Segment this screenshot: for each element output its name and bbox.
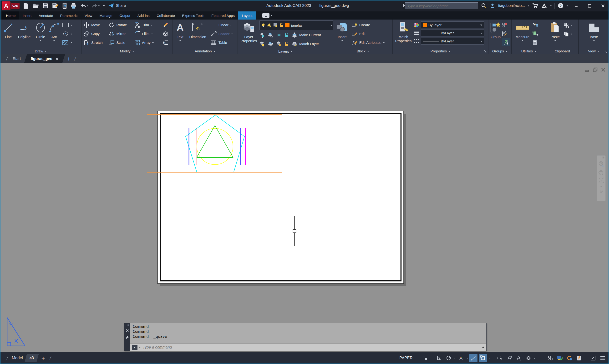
offset-button[interactable]: [163, 38, 171, 47]
fillet-button[interactable]: Fillet: [134, 29, 162, 38]
annotation-scale-button[interactable]: [515, 354, 523, 362]
create-block-button[interactable]: Create: [351, 21, 385, 29]
layout-tab-a3[interactable]: a3: [25, 354, 39, 362]
panel-label-view[interactable]: View: [579, 48, 609, 54]
plot-button[interactable]: [71, 2, 77, 10]
layer-thaw-all-button[interactable]: [276, 41, 282, 46]
zoom-extents-icon[interactable]: [598, 177, 604, 183]
redo-button[interactable]: [91, 2, 100, 10]
layer-dropdown-arrow[interactable]: [331, 25, 333, 27]
mirror-button[interactable]: Mirror: [108, 29, 133, 38]
tab-express-tools[interactable]: Express Tools: [179, 12, 208, 20]
panel-label-block[interactable]: Block: [333, 48, 392, 54]
save-as-button[interactable]: [52, 2, 59, 10]
search-input[interactable]: [407, 4, 476, 8]
copy-clip-button[interactable]: [563, 29, 572, 38]
minimize-ribbon-dropdown-icon[interactable]: [271, 15, 272, 17]
minimize-ribbon-button[interactable]: [262, 13, 270, 18]
isometric-drafting-button[interactable]: [457, 354, 465, 362]
annotation-autoscale-button[interactable]: [505, 354, 513, 362]
tab-output[interactable]: Output: [116, 12, 134, 20]
isolate-objects-button[interactable]: [546, 354, 555, 362]
autodesk-logo-icon[interactable]: [541, 2, 547, 10]
panel-label-clipboard[interactable]: Clipboard: [546, 48, 578, 54]
layer-on-icon[interactable]: [261, 23, 265, 28]
crosshair-plus-button[interactable]: [537, 354, 545, 362]
workspace-dropdown-icon[interactable]: [534, 358, 535, 360]
navigation-wheel-icon[interactable]: 2D: [598, 161, 604, 167]
copy-button[interactable]: Copy: [83, 29, 108, 38]
array-button[interactable]: Array: [134, 38, 162, 47]
base-view-button[interactable]: Base: [586, 21, 602, 42]
undo-button[interactable]: [80, 2, 88, 10]
help-icon[interactable]: ?: [557, 2, 564, 10]
user-dropdown-icon[interactable]: [528, 5, 529, 7]
close-file-tab-icon[interactable]: [55, 57, 58, 61]
signed-in-user[interactable]: tiagobonifacio...: [498, 4, 525, 8]
panel-label-draw[interactable]: Draw: [0, 48, 81, 54]
command-close-icon[interactable]: [126, 329, 129, 332]
layer-lock-button[interactable]: [284, 32, 289, 38]
hatch-button[interactable]: [62, 38, 72, 47]
stretch-button[interactable]: Stretch: [83, 38, 108, 47]
command-prompt-icon[interactable]: >_: [132, 345, 138, 350]
open-file-button[interactable]: [32, 2, 39, 10]
close-button[interactable]: [597, 2, 608, 10]
properties-dialog-launcher[interactable]: [484, 50, 487, 53]
layer-on-all-button[interactable]: [259, 41, 265, 46]
navbar-dropdown-icon[interactable]: [600, 186, 602, 188]
tab-featured-apps[interactable]: Featured Apps: [208, 12, 238, 20]
object-snap-tracking-button[interactable]: [469, 354, 478, 362]
trim-button[interactable]: Trim: [134, 21, 162, 29]
drawing-close-button[interactable]: [600, 67, 606, 73]
layer-thaw-icon[interactable]: [267, 23, 272, 28]
workspace-switching-button[interactable]: [524, 354, 532, 362]
pan-hand-icon[interactable]: [598, 169, 604, 175]
layer-unisolate-button[interactable]: [268, 41, 274, 46]
recent-commands-icon[interactable]: [139, 347, 141, 349]
new-drawing-tab-button[interactable]: +: [67, 56, 71, 61]
dimension-button[interactable]: Dimension: [186, 21, 209, 39]
text-button[interactable]: A Text: [174, 21, 186, 42]
object-color-dropdown[interactable]: ByLayer: [421, 21, 484, 28]
help-dropdown-icon[interactable]: [567, 5, 568, 7]
ungroup-button[interactable]: [502, 21, 510, 29]
panel-label-annotation[interactable]: Annotation: [172, 48, 238, 54]
navbar-close-icon[interactable]: [602, 156, 605, 159]
graphics-performance-button[interactable]: [556, 354, 564, 362]
panel-label-properties[interactable]: Properties: [393, 48, 488, 54]
view-dialog-launcher[interactable]: [605, 50, 607, 53]
panel-label-layers[interactable]: Layers: [238, 48, 333, 54]
autodesk-dropdown-icon[interactable]: [550, 5, 552, 7]
panel-label-modify[interactable]: Modify: [82, 48, 172, 54]
tab-view[interactable]: View: [81, 12, 96, 20]
layer-vp-freeze-icon[interactable]: [273, 23, 278, 28]
edit-block-button[interactable]: Edit: [351, 29, 385, 38]
minimize-button[interactable]: [571, 2, 581, 10]
tab-insert[interactable]: Insert: [19, 12, 35, 20]
help-search-box[interactable]: [405, 2, 478, 9]
match-layer-button[interactable]: Match Layer: [291, 39, 319, 48]
layer-unlock-button[interactable]: [284, 41, 289, 46]
make-current-button[interactable]: Make Current: [291, 30, 321, 39]
file-tab-figuras-geo[interactable]: figuras_geo: [24, 54, 65, 63]
insert-block-button[interactable]: Insert: [335, 21, 350, 42]
donut-button[interactable]: [62, 29, 72, 38]
tab-collaborate[interactable]: Collaborate: [153, 12, 179, 20]
maximize-button[interactable]: [584, 2, 595, 10]
hardware-acceleration-button[interactable]: [575, 354, 583, 362]
polyline-button[interactable]: Polyline: [15, 21, 33, 39]
drawing-restore-button[interactable]: [592, 67, 598, 73]
arc-button[interactable]: Arc: [48, 21, 61, 42]
new-file-button[interactable]: [23, 2, 29, 10]
tab-parametric[interactable]: Parametric: [57, 12, 81, 20]
navbar-collapse-icon[interactable]: [600, 190, 603, 193]
move-button[interactable]: Move: [83, 21, 108, 29]
command-history[interactable]: Command: Command: Command: _qsave: [130, 323, 486, 343]
leader-button[interactable]: Leader: [210, 29, 233, 38]
object-snap-button[interactable]: [479, 354, 487, 362]
command-expand-icon[interactable]: [482, 345, 484, 348]
layer-color-swatch[interactable]: [285, 23, 290, 28]
command-tools-wrench-icon[interactable]: [126, 335, 129, 339]
panel-label-groups[interactable]: Groups: [488, 48, 511, 54]
